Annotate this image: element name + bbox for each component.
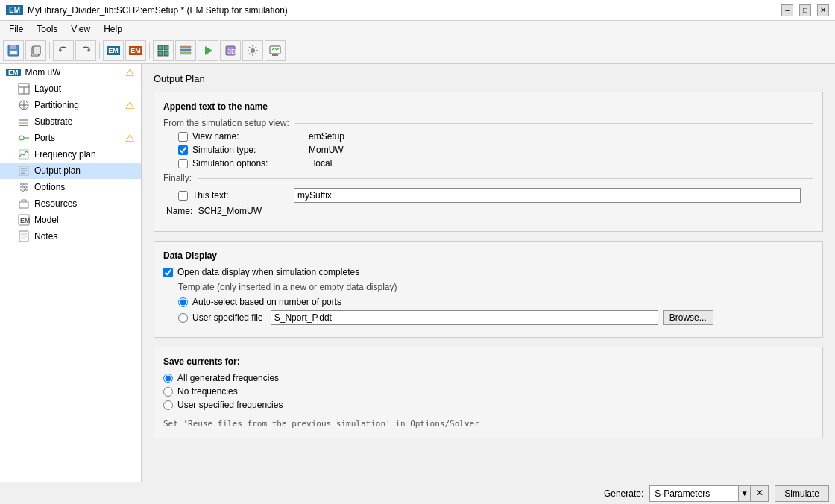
options-icon <box>18 181 30 193</box>
toolbar-run[interactable] <box>198 40 218 61</box>
toolbar-sep-3 <box>149 42 150 59</box>
menu-file[interactable]: File <box>3 22 29 36</box>
bottom-bar: Generate: ▼ ✕ Simulate <box>0 482 835 504</box>
em-badge-icon: EM <box>6 69 21 76</box>
append-text-title: Append text to the name <box>163 101 813 112</box>
generate-arrow-btn[interactable]: ▼ <box>739 485 751 502</box>
toolbar-3d[interactable]: 3D <box>220 40 241 61</box>
toolbar-em1[interactable]: EM <box>103 40 124 61</box>
sidebar-item-resources[interactable]: Resources <box>0 195 141 212</box>
sidebar-frequency-plan-label: Frequency plan <box>34 149 96 160</box>
sim-type-value: MomUW <box>309 145 344 155</box>
svg-point-29 <box>19 136 24 140</box>
svg-point-41 <box>25 186 27 189</box>
sidebar-item-frequency-plan[interactable]: Frequency plan <box>0 146 141 163</box>
svg-point-17 <box>250 48 255 53</box>
svg-text:EM: EM <box>20 217 30 224</box>
all-freq-label: All generated frequencies <box>177 373 279 383</box>
generate-input[interactable] <box>649 485 739 502</box>
no-freq-radio[interactable] <box>163 387 173 397</box>
title-controls: – □ ✕ <box>781 4 829 16</box>
toolbar-redo[interactable] <box>75 40 96 61</box>
title-text: MyLibrary_Divider_lib:SCH2:emSetup * (EM… <box>28 5 288 16</box>
toolbar-save[interactable] <box>3 40 24 61</box>
svg-rect-2 <box>10 51 17 54</box>
sidebar-ports-label: Ports <box>34 133 55 143</box>
sidebar-item-output-plan[interactable]: Output plan <box>0 163 141 179</box>
sidebar-item-ports[interactable]: Ports ⚠ <box>0 130 141 146</box>
sidebar-model-label: Model <box>34 215 59 225</box>
sidebar-item-model[interactable]: EM Model <box>0 212 141 228</box>
menu-help[interactable]: Help <box>98 22 128 36</box>
sim-options-checkbox[interactable] <box>178 159 188 168</box>
sim-options-label: Simulation options: <box>192 158 289 168</box>
data-display-title: Data Display <box>163 251 813 261</box>
sim-options-value: _local <box>309 158 332 168</box>
svg-rect-43 <box>19 202 28 208</box>
this-text-checkbox[interactable] <box>178 191 188 201</box>
note-text: Set 'Reuse files from the previous simul… <box>163 419 813 429</box>
svg-rect-26 <box>19 119 28 121</box>
close-button[interactable]: ✕ <box>817 4 829 16</box>
sidebar-item-partitioning[interactable]: Partitioning ⚠ <box>0 97 141 113</box>
svg-rect-7 <box>158 45 163 50</box>
model-icon: EM <box>18 214 30 226</box>
sidebar-item-notes[interactable]: Notes <box>0 228 141 245</box>
all-freq-radio[interactable] <box>163 374 173 383</box>
sidebar-output-plan-label: Output plan <box>34 166 81 176</box>
generate-close-btn[interactable]: ✕ <box>751 485 769 502</box>
toolbar-copy[interactable] <box>25 40 46 61</box>
open-display-label: Open data display when simulation comple… <box>177 267 359 277</box>
name-value: SCH2_MomUW <box>198 206 262 216</box>
svg-point-40 <box>22 183 24 186</box>
sim-options-row: Simulation options: _local <box>178 158 813 168</box>
browse-button[interactable]: Browse... <box>663 310 713 325</box>
user-file-input[interactable] <box>271 310 658 325</box>
toolbar-undo[interactable] <box>53 40 74 61</box>
title-bar-left: EM MyLibrary_Divider_lib:SCH2:emSetup * … <box>6 5 288 16</box>
svg-rect-12 <box>180 49 191 51</box>
sim-type-row: Simulation type: MomUW <box>178 145 813 155</box>
sim-type-checkbox[interactable] <box>178 145 188 155</box>
sidebar: EM Mom uW ⚠ Layout Partitioning ⚠ Substr… <box>0 64 142 482</box>
open-display-checkbox[interactable] <box>163 268 173 277</box>
menu-view[interactable]: View <box>65 22 96 36</box>
title-em-badge: EM <box>6 5 23 15</box>
toolbar-display[interactable] <box>265 40 286 61</box>
this-text-input[interactable] <box>294 188 801 203</box>
toolbar-gear[interactable] <box>242 40 263 61</box>
minimize-button[interactable]: – <box>781 4 793 16</box>
auto-select-radio[interactable] <box>178 297 188 307</box>
sidebar-item-layout[interactable]: Layout <box>0 81 141 97</box>
all-freq-row: All generated frequencies <box>163 373 813 383</box>
sidebar-mom-uw-label: Mom uW <box>25 67 61 78</box>
partitioning-icon <box>18 99 30 111</box>
sidebar-item-substrate[interactable]: Substrate <box>0 113 141 130</box>
svg-rect-4 <box>33 46 40 54</box>
menu-tools[interactable]: Tools <box>31 22 63 36</box>
svg-rect-8 <box>164 45 168 50</box>
view-name-checkbox[interactable] <box>178 132 188 142</box>
resources-icon <box>18 198 30 210</box>
sidebar-item-mom-uw[interactable]: EM Mom uW ⚠ <box>0 64 141 81</box>
simulate-button[interactable]: Simulate <box>775 485 829 502</box>
user-freq-label: User specified frequencies <box>177 400 283 410</box>
toolbar-em2[interactable]: EM <box>125 40 146 61</box>
separator-line-1 <box>295 123 813 124</box>
toolbar-grid[interactable] <box>153 40 174 61</box>
user-file-radio[interactable] <box>178 313 188 323</box>
svg-rect-13 <box>180 52 191 54</box>
user-freq-radio[interactable] <box>163 400 173 410</box>
layout-icon <box>18 83 30 95</box>
svg-rect-11 <box>180 46 191 48</box>
sidebar-item-options[interactable]: Options <box>0 179 141 195</box>
title-bar: EM MyLibrary_Divider_lib:SCH2:emSetup * … <box>0 0 835 21</box>
finally-label: Finally: <box>163 173 192 183</box>
output-plan-icon <box>18 165 30 177</box>
warning-icon: ⚠ <box>125 66 135 78</box>
svg-rect-1 <box>10 45 16 49</box>
maximize-button[interactable]: □ <box>799 4 811 16</box>
view-name-row: View name: emSetup <box>178 131 813 142</box>
name-label: Name: <box>166 206 192 216</box>
toolbar-layers[interactable] <box>175 40 196 61</box>
